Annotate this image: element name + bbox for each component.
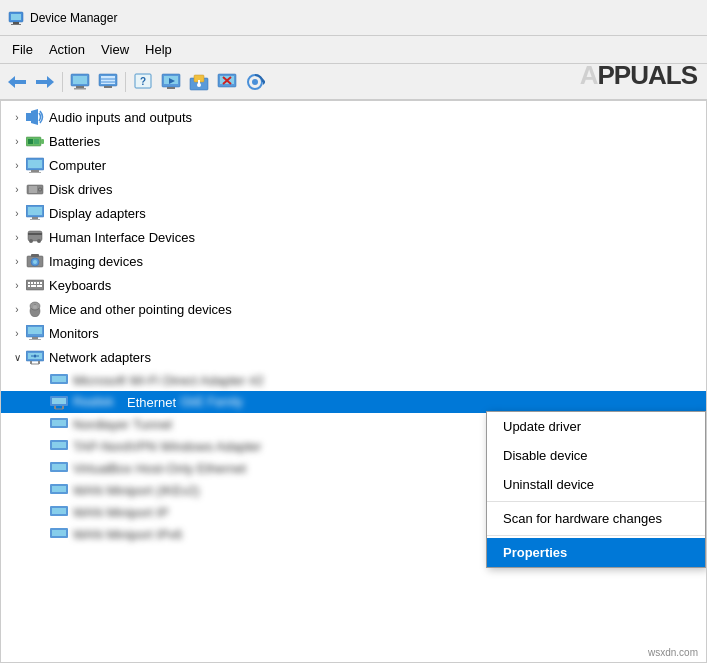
context-menu-scan-hardware[interactable]: Scan for hardware changes [487, 504, 705, 533]
tree-label-keyboards: Keyboards [49, 278, 111, 293]
expand-arrow-computer[interactable]: › [9, 157, 25, 173]
svg-rect-75 [32, 337, 38, 339]
expand-arrow-keyboards[interactable]: › [9, 277, 25, 293]
scan-hardware-button[interactable] [242, 69, 268, 95]
tree-item-keyboards[interactable]: › Keyboards [1, 273, 706, 297]
main-area: › Audio inputs and outputs › [0, 100, 707, 663]
svg-rect-65 [40, 282, 42, 284]
svg-rect-64 [37, 282, 39, 284]
menu-action[interactable]: Action [41, 40, 93, 59]
run-button[interactable] [158, 69, 184, 95]
svg-point-55 [37, 239, 41, 243]
context-menu: Update driver Disable device Uninstall d… [486, 411, 706, 568]
tree-item-disk[interactable]: › Disk drives [1, 177, 706, 201]
svg-rect-76 [29, 339, 41, 340]
svg-rect-66 [28, 285, 30, 287]
svg-rect-101 [52, 508, 66, 514]
expand-arrow-imaging[interactable]: › [9, 253, 25, 269]
context-menu-update-driver[interactable]: Update driver [487, 412, 705, 441]
resources-view-button[interactable] [95, 69, 121, 95]
expand-arrow-hid[interactable]: › [9, 229, 25, 245]
svg-marker-6 [47, 76, 54, 88]
svg-rect-11 [74, 88, 86, 90]
title-bar: Device Manager [0, 0, 707, 36]
network-sub-item-ethernet[interactable]: Realtek Ethernet GbE Family [1, 391, 706, 413]
svg-rect-93 [52, 420, 66, 426]
ethernet-prefix: Realtek [73, 395, 123, 409]
svg-rect-16 [104, 86, 112, 88]
expand-arrow-network[interactable]: ∨ [9, 349, 25, 365]
tree-label-disk: Disk drives [49, 182, 113, 197]
svg-rect-42 [31, 170, 39, 172]
svg-rect-9 [73, 76, 87, 84]
tree-label-display: Display adapters [49, 206, 146, 221]
svg-point-47 [39, 189, 41, 191]
tree-item-monitors[interactable]: › Monitors [1, 321, 706, 345]
forward-button[interactable] [32, 69, 58, 95]
display-icon [25, 204, 45, 222]
svg-rect-22 [167, 87, 175, 89]
device-manager-view-button[interactable] [67, 69, 93, 95]
mice-icon [25, 300, 45, 318]
expand-arrow-audio[interactable]: › [9, 109, 25, 125]
svg-rect-97 [52, 464, 66, 470]
expand-arrow-disk[interactable]: › [9, 181, 25, 197]
svg-rect-99 [52, 486, 66, 492]
properties-button[interactable] [186, 69, 212, 95]
menu-view[interactable]: View [93, 40, 137, 59]
tree-label-mice: Mice and other pointing devices [49, 302, 232, 317]
svg-rect-2 [13, 22, 19, 24]
tree-item-computer[interactable]: › Computer [1, 153, 706, 177]
tree-item-hid[interactable]: › Human Interface Devices [1, 225, 706, 249]
tree-label-sub-5: VirtualBox Host-Only Ethernet [73, 461, 253, 476]
ethernet-label: Ethernet [127, 395, 176, 410]
tree-item-mice[interactable]: › Mice and other pointing devices [1, 297, 706, 321]
tree-label-sub-7: WAN Miniport IP [73, 505, 253, 520]
toolbar-sep-2 [125, 72, 126, 92]
ethernet-suffix: GbE Family [180, 395, 243, 409]
network-sub-icon-1 [49, 371, 69, 389]
network-sub-item-1[interactable]: Microsoft Wi-Fi Direct Adapter #2 [1, 369, 706, 391]
expand-arrow-monitors[interactable]: › [9, 325, 25, 341]
svg-rect-68 [37, 285, 42, 287]
help-button[interactable]: ? [130, 69, 156, 95]
menu-help[interactable]: Help [137, 40, 180, 59]
svg-rect-39 [34, 139, 39, 144]
tree-item-network[interactable]: ∨ Network adapters [1, 345, 706, 369]
expand-arrow-mice[interactable]: › [9, 301, 25, 317]
tree-label-sub-1: Microsoft Wi-Fi Direct Adapter #2 [73, 373, 264, 388]
network-sub-icon-ethernet [49, 393, 69, 411]
audio-icon [25, 108, 45, 126]
svg-rect-5 [15, 80, 26, 84]
svg-rect-7 [36, 80, 47, 84]
back-button[interactable] [4, 69, 30, 95]
tree-item-display[interactable]: › Display adapters [1, 201, 706, 225]
tree-label-sub-8: WAN Miniport IPv6 [73, 527, 253, 542]
expand-arrow-display[interactable]: › [9, 205, 25, 221]
svg-rect-49 [28, 207, 42, 215]
svg-point-54 [29, 239, 33, 243]
network-icon [25, 348, 45, 366]
network-sub-icon-4 [49, 437, 69, 455]
svg-rect-3 [11, 24, 21, 25]
svg-marker-4 [8, 76, 15, 88]
svg-rect-86 [52, 376, 66, 382]
network-sub-icon-3 [49, 415, 69, 433]
svg-rect-62 [31, 282, 33, 284]
monitors-icon [25, 324, 45, 342]
tree-label-network: Network adapters [49, 350, 151, 365]
menu-file[interactable]: File [4, 40, 41, 59]
tree-item-audio[interactable]: › Audio inputs and outputs [1, 105, 706, 129]
tree-label-sub-4: TAP-NordVPN Windows Adapter [73, 439, 261, 454]
context-menu-properties[interactable]: Properties [487, 538, 705, 567]
svg-rect-10 [76, 86, 84, 88]
tree-item-imaging[interactable]: › Imaging devices [1, 249, 706, 273]
tree-item-batteries[interactable]: › Batteries [1, 129, 706, 153]
uninstall-button[interactable] [214, 69, 240, 95]
context-menu-uninstall-device[interactable]: Uninstall device [487, 470, 705, 499]
tree-label-batteries: Batteries [49, 134, 100, 149]
tree-label-sub-6: WAN Miniport (IKEv2) [73, 483, 253, 498]
expand-arrow-batteries[interactable]: › [9, 133, 25, 149]
svg-rect-74 [28, 327, 42, 334]
context-menu-disable-device[interactable]: Disable device [487, 441, 705, 470]
